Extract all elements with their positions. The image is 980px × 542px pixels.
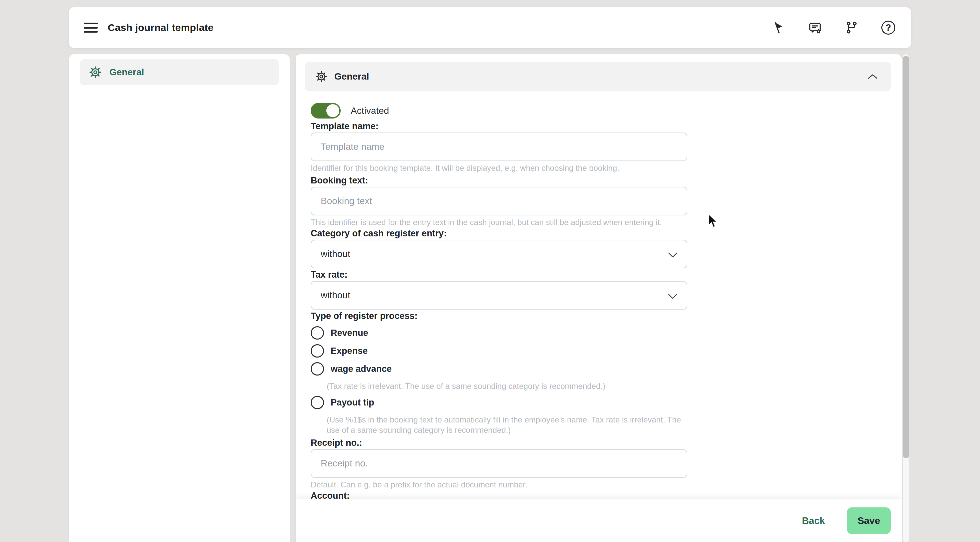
receipt-no-label: Receipt no.: <box>311 438 687 448</box>
toggle-knob <box>326 104 339 117</box>
footer-bar: Back Save <box>296 499 902 542</box>
form: Activated Template name: Identifier for … <box>311 103 687 531</box>
radio-payout-tip[interactable]: Payout tip <box>311 396 687 409</box>
receipt-no-input[interactable] <box>311 449 687 478</box>
booking-text-help: This identifier is used for the entry te… <box>311 218 687 227</box>
app-root: Cash journal template <box>0 0 980 542</box>
category-label: Category of cash register entry: <box>311 228 687 238</box>
help-icon[interactable]: ? <box>880 20 896 36</box>
scrollbar-thumb[interactable] <box>903 56 909 458</box>
radio-revenue[interactable]: Revenue <box>311 326 687 339</box>
wage-advance-note: (Tax rate is irrelevant. The use of a sa… <box>327 381 687 391</box>
radio-circle <box>311 326 324 339</box>
section-header-general[interactable]: General <box>305 62 891 91</box>
sidebar: General <box>69 54 290 542</box>
gear-icon <box>316 71 327 82</box>
radio-expense-label: Expense <box>331 346 368 356</box>
radio-circle <box>311 362 324 376</box>
receipt-no-help: Default. Can e.g. be a prefix for the ac… <box>311 480 687 490</box>
save-button[interactable]: Save <box>847 507 891 534</box>
radio-payout-tip-label: Payout tip <box>331 398 374 408</box>
help-glyph: ? <box>886 23 891 33</box>
register-process-label: Type of register process: <box>311 311 687 321</box>
chevron-up-icon[interactable] <box>865 69 880 84</box>
sidebar-item-general[interactable]: General <box>80 59 278 85</box>
page-title: Cash journal template <box>108 22 214 33</box>
radio-revenue-label: Revenue <box>331 328 368 338</box>
tax-rate-value: without <box>321 290 350 301</box>
sidebar-item-label: General <box>109 67 144 78</box>
payout-tip-note: (Use %1$s in the booking text to automat… <box>327 415 687 435</box>
category-value: without <box>321 249 350 259</box>
booking-text-input[interactable] <box>311 187 687 216</box>
radio-expense[interactable]: Expense <box>311 344 687 358</box>
back-button[interactable]: Back <box>802 515 825 526</box>
topbar: Cash journal template <box>69 7 911 48</box>
radio-circle <box>311 344 324 358</box>
template-name-input[interactable] <box>311 133 687 161</box>
scrollbar-track[interactable] <box>903 54 909 542</box>
radio-circle <box>311 396 324 409</box>
activated-toggle[interactable] <box>311 103 340 119</box>
gear-icon <box>89 66 101 78</box>
flag-icon[interactable] <box>770 20 786 36</box>
feedback-message-star-icon[interactable] <box>807 20 823 36</box>
activated-label: Activated <box>351 106 389 116</box>
radio-wage-advance[interactable]: wage advance <box>311 362 687 376</box>
template-name-label: Template name: <box>311 121 687 131</box>
booking-text-label: Booking text: <box>311 176 687 185</box>
git-branch-icon[interactable] <box>844 20 860 36</box>
tax-rate-select[interactable]: without <box>311 281 687 310</box>
hamburger-menu-icon[interactable] <box>84 23 98 33</box>
chevron-down-icon <box>667 250 678 261</box>
section-title: General <box>334 71 369 82</box>
activated-toggle-row: Activated <box>311 103 687 119</box>
main-panel: General Activated Template name: Identif… <box>296 54 902 542</box>
chevron-down-icon <box>667 292 678 302</box>
radio-wage-advance-label: wage advance <box>331 364 392 374</box>
tax-rate-label: Tax rate: <box>311 269 687 280</box>
template-name-help: Identifier for this booking template. It… <box>311 163 687 173</box>
category-select[interactable]: without <box>311 240 687 268</box>
